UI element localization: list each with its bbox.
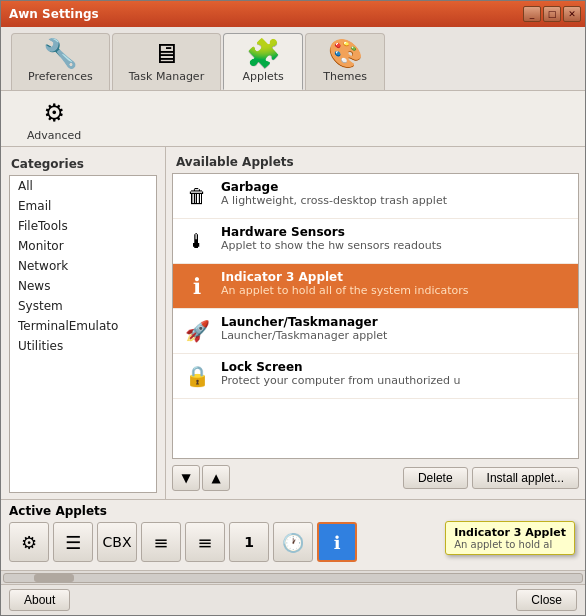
titlebar-buttons: _ □ ✕	[523, 6, 581, 22]
active-icon-list2[interactable]: ≡	[185, 522, 225, 562]
toolbar: 🔧 Preferences 🖥 Task Manager 🧩 Applets 🎨…	[1, 27, 585, 91]
footer: About Close	[1, 584, 585, 615]
main-panel: Available Applets 🗑 Garbage A lightweigh…	[166, 147, 585, 499]
active-icon-clock[interactable]: 🕐	[273, 522, 313, 562]
titlebar: Awn Settings _ □ ✕	[1, 1, 585, 27]
applet-launcher[interactable]: 🚀 Launcher/Taskmanager Launcher/Taskmana…	[173, 309, 578, 354]
indicator3-desc: An applet to hold all of the system indi…	[221, 284, 570, 297]
applet-actions: ▼ ▲ Delete Install applet...	[172, 463, 579, 493]
tab-applets[interactable]: 🧩 Applets	[223, 33, 303, 90]
applets-icon: 🧩	[246, 40, 281, 68]
about-button[interactable]: About	[9, 589, 70, 611]
launcher-icon: 🚀	[181, 315, 213, 347]
categories-title: Categories	[1, 153, 165, 175]
tab-preferences[interactable]: 🔧 Preferences	[11, 33, 110, 90]
applets-label: Applets	[242, 70, 283, 83]
bottom-scrollbar[interactable]	[1, 570, 585, 584]
main-area: Categories All Email FileTools Monitor N…	[1, 147, 585, 499]
applet-hardware-sensors[interactable]: 🌡 Hardware Sensors Applet to show the hw…	[173, 219, 578, 264]
close-button-footer[interactable]: Close	[516, 589, 577, 611]
tab-advanced[interactable]: ⚙ Advanced	[11, 95, 97, 146]
delete-button[interactable]: Delete	[403, 467, 468, 489]
lock-screen-desc: Protect your computer from unauthorized …	[221, 374, 570, 387]
arrow-buttons: ▼ ▲	[172, 465, 230, 491]
tooltip: Indicator 3 Applet An applet to hold al	[445, 521, 575, 555]
scroll-thumb[interactable]	[34, 574, 74, 582]
indicator3-name: Indicator 3 Applet	[221, 270, 570, 284]
close-button[interactable]: ✕	[563, 6, 581, 22]
indicator3-icon: ℹ	[181, 270, 213, 302]
category-terminal[interactable]: TerminalEmulato	[10, 316, 156, 336]
minimize-button[interactable]: _	[523, 6, 541, 22]
preferences-label: Preferences	[28, 70, 93, 83]
hardware-sensors-icon: 🌡	[181, 225, 213, 257]
active-icon-gear[interactable]: ⚙	[9, 522, 49, 562]
category-system[interactable]: System	[10, 296, 156, 316]
tooltip-title: Indicator 3 Applet	[454, 526, 566, 539]
toolbar-row2: ⚙ Advanced	[1, 91, 585, 147]
task-manager-label: Task Manager	[129, 70, 204, 83]
window-content: Categories All Email FileTools Monitor N…	[1, 147, 585, 615]
tab-themes[interactable]: 🎨 Themes	[305, 33, 385, 90]
category-network[interactable]: Network	[10, 256, 156, 276]
active-icon-cube[interactable]: CBX	[97, 522, 137, 562]
applet-garbage[interactable]: 🗑 Garbage A lightweight, cross-desktop t…	[173, 174, 578, 219]
category-all[interactable]: All	[10, 176, 156, 196]
move-down-button[interactable]: ▼	[172, 465, 200, 491]
available-applets-title: Available Applets	[172, 153, 579, 173]
task-manager-icon: 🖥	[152, 40, 180, 68]
advanced-icon: ⚙	[43, 99, 65, 127]
preferences-icon: 🔧	[43, 40, 78, 68]
active-icon-number[interactable]: 1	[229, 522, 269, 562]
advanced-label: Advanced	[27, 129, 81, 142]
category-monitor[interactable]: Monitor	[10, 236, 156, 256]
hardware-sensors-name: Hardware Sensors	[221, 225, 570, 239]
category-email[interactable]: Email	[10, 196, 156, 216]
main-window: Awn Settings _ □ ✕ 🔧 Preferences 🖥 Task …	[0, 0, 586, 616]
install-applet-button[interactable]: Install applet...	[472, 467, 579, 489]
lock-screen-icon: 🔒	[181, 360, 213, 392]
garbage-name: Garbage	[221, 180, 570, 194]
garbage-icon: 🗑	[181, 180, 213, 212]
move-up-button[interactable]: ▲	[202, 465, 230, 491]
themes-label: Themes	[323, 70, 367, 83]
tooltip-desc: An applet to hold al	[454, 539, 566, 550]
applets-list[interactable]: 🗑 Garbage A lightweight, cross-desktop t…	[172, 173, 579, 459]
applet-indicator3[interactable]: ℹ Indicator 3 Applet An applet to hold a…	[173, 264, 578, 309]
window-title: Awn Settings	[5, 7, 99, 21]
categories-list[interactable]: All Email FileTools Monitor Network News…	[9, 175, 157, 493]
launcher-desc: Launcher/Taskmanager applet	[221, 329, 570, 342]
category-filetools[interactable]: FileTools	[10, 216, 156, 236]
category-utilities[interactable]: Utilities	[10, 336, 156, 356]
active-icon-list1[interactable]: ≡	[141, 522, 181, 562]
lock-screen-name: Lock Screen	[221, 360, 570, 374]
themes-icon: 🎨	[328, 40, 363, 68]
garbage-desc: A lightweight, cross-desktop trash apple…	[221, 194, 570, 207]
tab-task-manager[interactable]: 🖥 Task Manager	[112, 33, 221, 90]
active-applets-title: Active Applets	[9, 504, 577, 518]
applet-lock-screen[interactable]: 🔒 Lock Screen Protect your computer from…	[173, 354, 578, 399]
hardware-sensors-desc: Applet to show the hw sensors readouts	[221, 239, 570, 252]
scroll-track[interactable]	[3, 573, 583, 583]
active-icon-menu[interactable]: ☰	[53, 522, 93, 562]
active-icon-info[interactable]: ℹ	[317, 522, 357, 562]
launcher-name: Launcher/Taskmanager	[221, 315, 570, 329]
category-news[interactable]: News	[10, 276, 156, 296]
maximize-button[interactable]: □	[543, 6, 561, 22]
sidebar: Categories All Email FileTools Monitor N…	[1, 147, 166, 499]
